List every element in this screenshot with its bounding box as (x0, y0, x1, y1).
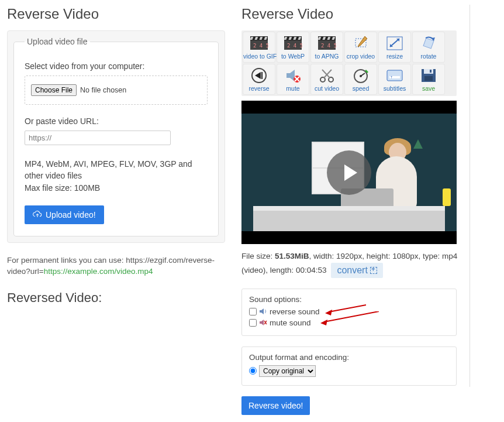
svg-rect-30 (261, 72, 263, 79)
mute-sound-checkbox[interactable] (249, 319, 257, 327)
supported-formats-text: MP4, WebM, AVI, MPEG, FLV, MOV, 3GP and … (25, 158, 208, 182)
tool-save[interactable]: save (412, 64, 445, 95)
file-status-text: No file chosen (80, 86, 126, 94)
convert-button[interactable]: convert (331, 263, 382, 278)
choose-file-button[interactable]: Choose File (31, 84, 77, 96)
mute-sound-label: mute sound (270, 318, 311, 327)
cloud-upload-icon (33, 210, 42, 219)
reverse-sound-label: reverse sound (270, 307, 320, 316)
arrow-icon (325, 304, 366, 315)
reverse-sound-checkbox[interactable] (249, 308, 257, 315)
scene-plant (411, 137, 425, 151)
select-from-computer-label: Select video from your computer: (25, 61, 208, 71)
scene-desk (253, 206, 445, 211)
tool-label: to APNG (311, 53, 343, 60)
tool-label: video to GIF (243, 53, 275, 60)
scene-desk-under (253, 211, 445, 232)
play-button[interactable] (327, 150, 371, 195)
tool-crop-video[interactable]: crop video (344, 32, 377, 63)
clapper-icon: 2 4 5 (249, 35, 269, 52)
tool-label: subtitles (379, 85, 410, 92)
tool-to-WebP[interactable]: 2 4 5to WebP (277, 32, 309, 63)
upload-fieldset: Upload video file Select video from your… (13, 37, 219, 236)
svg-line-36 (324, 70, 332, 78)
output-format-title: Output format and encoding: (249, 353, 449, 362)
svg-text:2 4 5: 2 4 5 (287, 43, 302, 49)
mute-icon (283, 67, 303, 84)
clapper-icon: 2 4 5 (317, 35, 337, 52)
svg-marker-54 (320, 320, 327, 325)
output-format-panel: Output format and encoding: Copy origina… (241, 346, 457, 386)
speaker-icon (259, 308, 267, 315)
meta-filesize: 51.53MiB (275, 252, 309, 260)
svg-rect-42 (387, 70, 402, 81)
tool-subtitles[interactable]: Tsubtitles (378, 64, 411, 95)
page-title-left: Reverse Video (7, 6, 225, 22)
tool-rotate[interactable]: rotate (412, 32, 445, 63)
permalink-example: https://example.com/video.mp4 (44, 267, 153, 276)
crop-icon (351, 35, 371, 52)
rotate-icon (419, 35, 439, 52)
letterbox (241, 101, 457, 114)
svg-rect-26 (423, 38, 434, 49)
speed-icon (351, 67, 371, 84)
upload-video-label: Upload video! (46, 210, 96, 219)
upload-legend: Upload video file (25, 37, 90, 46)
convert-label: convert (337, 265, 367, 276)
tool-to-APNG[interactable]: 2 4 5to APNG (310, 32, 343, 63)
tool-label: crop video (345, 53, 377, 60)
svg-marker-50 (325, 310, 332, 315)
svg-rect-48 (430, 70, 431, 73)
plus-icon (370, 267, 377, 274)
scissors-icon (317, 67, 337, 84)
tool-label: save (413, 85, 444, 92)
svg-rect-47 (424, 76, 433, 81)
svg-text:T: T (391, 76, 392, 79)
tool-speed[interactable]: speed (344, 64, 377, 95)
scene-can (443, 188, 451, 206)
tool-label: speed (345, 85, 377, 92)
svg-point-40 (360, 75, 362, 77)
save-icon (419, 67, 439, 84)
tool-label: rotate (413, 53, 444, 60)
tool-strip: 2 4 5video to GIF2 4 5to WebP2 4 5to APN… (241, 30, 457, 96)
video-preview (241, 101, 457, 244)
svg-text:2 4 5: 2 4 5 (321, 43, 336, 49)
file-drop-zone[interactable]: Choose File No file chosen (25, 76, 208, 105)
tool-resize[interactable]: resize (378, 32, 411, 63)
sound-options-panel: Sound options: reverse sound mute sound (241, 289, 457, 336)
speaker-muted-icon (259, 319, 267, 326)
divider-line (470, 5, 470, 387)
svg-rect-46 (424, 69, 433, 74)
tool-cut-video[interactable]: cut video (310, 64, 343, 95)
tool-label: reverse (243, 85, 275, 92)
upload-video-button[interactable]: Upload video! (25, 205, 104, 224)
clapper-icon: 2 4 5 (283, 35, 303, 52)
tool-label: mute (277, 85, 309, 92)
output-copy-radio[interactable] (249, 367, 257, 375)
svg-line-37 (322, 70, 330, 78)
page-title-right: Reverse Video (241, 6, 475, 22)
paste-url-label: Or paste video URL: (25, 116, 208, 126)
svg-line-49 (329, 305, 366, 312)
sound-options-title: Sound options: (249, 295, 449, 304)
permanent-link-help: For permanent links you can use: https:/… (7, 255, 224, 277)
letterbox (241, 231, 457, 244)
subtitles-icon: T (385, 67, 405, 84)
url-input[interactable] (25, 131, 171, 145)
meta-prefix: File size: (241, 252, 275, 260)
tool-mute[interactable]: mute (277, 64, 309, 95)
upload-box: Upload video file Select video from your… (7, 30, 225, 243)
max-size-text: Max file size: 100MB (25, 183, 208, 193)
reversed-video-heading: Reversed Video: (7, 290, 225, 306)
tool-label: resize (379, 53, 410, 60)
reverse-video-button[interactable]: Reverse video! (241, 396, 310, 415)
reverse-icon (249, 67, 269, 84)
resize-icon (385, 35, 405, 52)
tool-video-to-GIF[interactable]: 2 4 5video to GIF (243, 32, 275, 63)
tool-label: to WebP (277, 53, 309, 60)
svg-text:2 4 5: 2 4 5 (253, 43, 268, 49)
tool-label: cut video (311, 85, 343, 92)
output-format-select[interactable]: Copy original (259, 365, 316, 377)
tool-reverse[interactable]: reverse (243, 64, 275, 95)
